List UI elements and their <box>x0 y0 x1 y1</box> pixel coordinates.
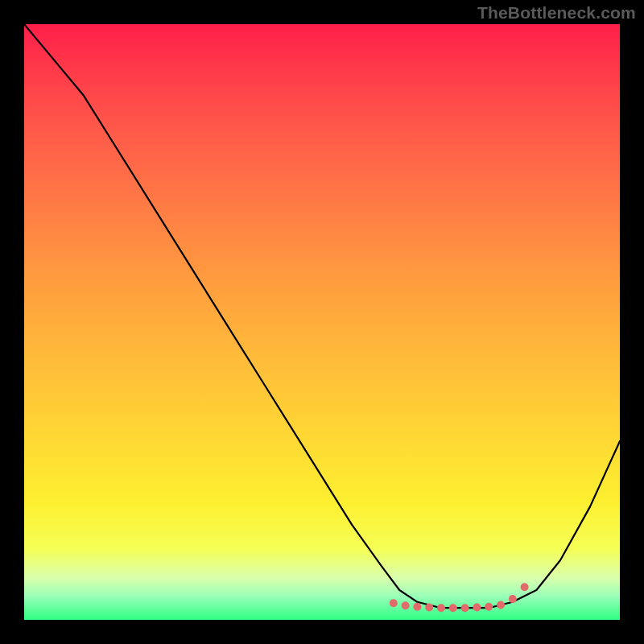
plot-area <box>24 24 620 620</box>
trough-dot <box>497 601 505 609</box>
trough-dot <box>473 604 481 612</box>
chart-svg <box>24 24 620 620</box>
trough-dot <box>449 604 457 612</box>
trough-dot <box>521 583 529 591</box>
trough-dot <box>509 595 517 603</box>
trough-dot <box>485 603 493 611</box>
curve-line <box>24 24 620 608</box>
watermark-text: TheBottleneck.com <box>477 3 636 23</box>
trough-dot <box>425 604 433 612</box>
trough-dot <box>437 604 445 612</box>
trough-dot <box>461 604 469 612</box>
chart-frame: TheBottleneck.com <box>0 0 644 644</box>
trough-dot <box>390 599 398 607</box>
trough-dot <box>402 601 410 609</box>
trough-dot <box>413 603 421 611</box>
